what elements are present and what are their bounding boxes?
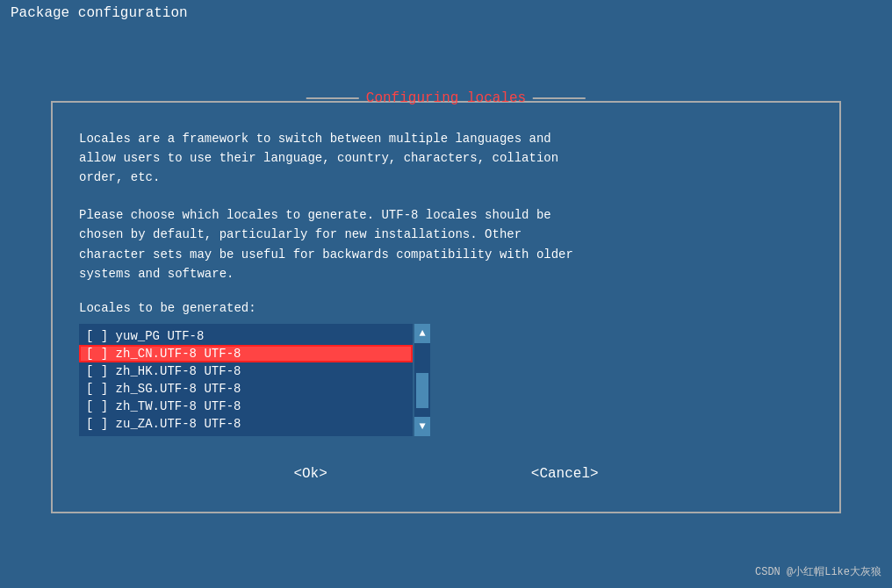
locale-item-yuw[interactable]: [ ] yuw_PG UTF-8 — [79, 327, 413, 345]
cancel-button[interactable]: <Cancel> — [517, 463, 613, 485]
list-container: [ ] yuw_PG UTF-8 [ ] zh_CN.UTF-8 UTF-8 [… — [79, 324, 813, 436]
scrollbar-track — [414, 343, 430, 417]
scrollbar: ▲ ▼ — [414, 324, 430, 436]
description-text-2: Please choose which locales to generate.… — [79, 205, 813, 284]
button-row: <Ok> <Cancel> — [79, 463, 813, 485]
dialog-title: Configuring locales — [366, 90, 526, 106]
locale-list: [ ] yuw_PG UTF-8 [ ] zh_CN.UTF-8 UTF-8 [… — [79, 324, 413, 436]
ok-button[interactable]: <Ok> — [279, 463, 341, 485]
dialog-title-line-left — [306, 97, 359, 99]
title-bar: Package configuration — [0, 0, 892, 26]
description-text-1: Locales are a framework to switch betwee… — [79, 129, 813, 188]
locale-item-zh-cn[interactable]: [ ] zh_CN.UTF-8 UTF-8 — [79, 345, 413, 362]
terminal-background: Package configuration Configuring locale… — [0, 0, 892, 588]
scrollbar-thumb[interactable] — [416, 373, 428, 408]
dialog-body: Locales are a framework to switch betwee… — [79, 129, 813, 486]
dialog: Configuring locales Locales are a framew… — [51, 101, 841, 514]
locale-item-zh-hk[interactable]: [ ] zh_HK.UTF-8 UTF-8 — [79, 362, 413, 380]
locale-item-zh-sg[interactable]: [ ] zh_SG.UTF-8 UTF-8 — [79, 380, 413, 398]
dialog-title-line-right — [533, 97, 586, 99]
scrollbar-up-arrow[interactable]: ▲ — [414, 324, 430, 343]
dialog-container: Configuring locales Locales are a framew… — [0, 26, 892, 588]
locale-item-zu-za[interactable]: [ ] zu_ZA.UTF-8 UTF-8 — [79, 415, 413, 433]
scrollbar-down-arrow[interactable]: ▼ — [414, 417, 430, 436]
title-bar-label: Package configuration — [11, 5, 188, 21]
locale-item-zh-tw[interactable]: [ ] zh_TW.UTF-8 UTF-8 — [79, 398, 413, 415]
locales-label: Locales to be generated: — [79, 301, 813, 315]
dialog-title-wrapper: Configuring locales — [306, 90, 586, 106]
watermark: CSDN @小红帽Like大灰狼 — [755, 564, 881, 579]
